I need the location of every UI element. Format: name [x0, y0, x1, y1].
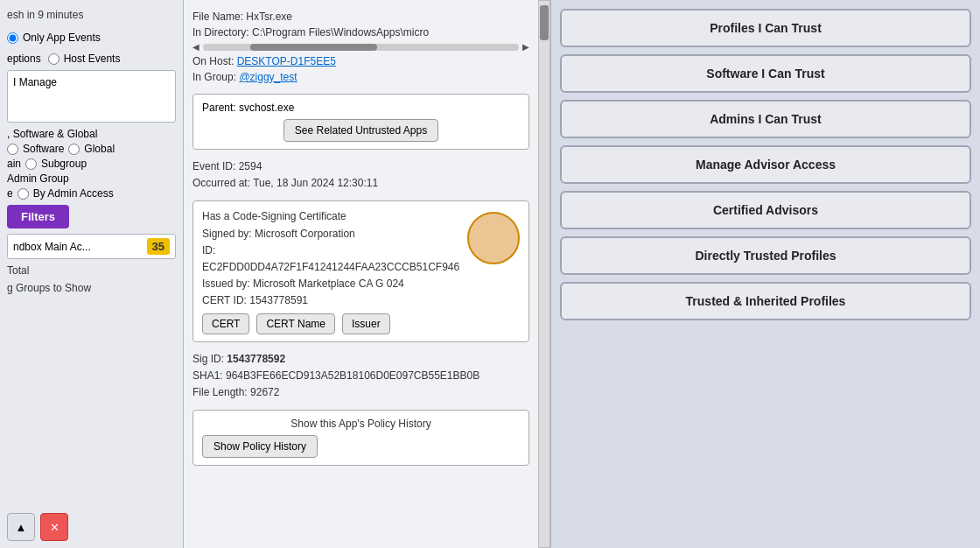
scroll-left-icon[interactable]: ◀ — [192, 42, 200, 52]
manage-box: I Manage — [7, 70, 176, 123]
only-app-events-option[interactable]: Only App Events — [7, 32, 176, 44]
host-events-label: Host Events — [64, 53, 121, 65]
profiles-can-trust-btn[interactable]: Profiles I Can Trust — [560, 9, 971, 47]
parent-box: Parent: svchost.exe See Related Untruste… — [192, 94, 529, 150]
file-info-section: File Name: HxTsr.exe In Directory: C:\Pr… — [192, 9, 529, 85]
bottom-btn-row: ▲ ✕ — [7, 506, 176, 541]
cert-issued: Issued by: Microsoft Marketplace CA G 02… — [202, 276, 520, 292]
vertical-scrollbar[interactable] — [538, 0, 550, 548]
host: On Host: DESKTOP-D1F5EE5 — [192, 53, 529, 69]
host-events-option[interactable]: Host Events — [48, 53, 121, 65]
total-row: Total — [7, 264, 176, 277]
event-id: Event ID: 2594 — [192, 158, 529, 175]
policy-title: Show this App's Policy History — [202, 418, 520, 430]
account-row: ndbox Main Ac... 35 — [7, 234, 176, 259]
directly-trusted-profiles-btn[interactable]: Directly Trusted Profiles — [560, 236, 971, 275]
close-btn[interactable]: ✕ — [40, 513, 68, 541]
right-panel: Profiles I Can Trust Software I Can Trus… — [551, 0, 980, 548]
software-can-trust-btn[interactable]: Software I Can Trust — [560, 54, 971, 93]
by-admin-option[interactable]: By Admin Access — [18, 187, 114, 200]
sig-id-label: Sig ID: — [192, 353, 227, 365]
subgroup-option[interactable]: Subgroup — [25, 158, 87, 170]
scroll-thumb-h — [250, 44, 376, 51]
software-label: Software — [23, 143, 64, 155]
cert-name-btn[interactable]: CERT Name — [256, 313, 335, 334]
refresh-text: esh in 9 minutes — [7, 7, 176, 23]
group: In Group: @ziggy_test — [192, 69, 529, 85]
scope-section: , Software & Global Software Global ain … — [7, 128, 176, 200]
sha1-row: SHA1: 964B3FE66ECD913A52B18106D0E097CB55… — [192, 368, 529, 384]
scope-label: , Software & Global — [7, 128, 176, 140]
sig-id-row: Sig ID: 1543778592 — [192, 351, 529, 368]
certified-advisors-btn[interactable]: Certified Advisors — [560, 191, 971, 229]
filters-button[interactable]: Filters — [7, 205, 69, 228]
cert-circle-overlay — [467, 212, 520, 264]
by-admin-row: e By Admin Access — [7, 187, 176, 200]
parent-label: Parent: svchost.exe — [202, 102, 520, 114]
scope2-label: ain — [7, 158, 21, 170]
by-admin-radio[interactable] — [18, 188, 29, 200]
horiz-scrollbar[interactable]: ◀ ▶ — [192, 40, 529, 53]
cert-id2: CERT ID: 1543778591 — [202, 292, 520, 309]
event-filter-group: Only App Events — [7, 28, 176, 47]
up-arrow-icon: ▲ — [16, 521, 27, 534]
middle-scroll[interactable]: File Name: HxTsr.exe In Directory: C:\Pr… — [184, 0, 538, 548]
sha1-value: 964B3FE66ECD913A52B18106D0E097CB55E1BB0B — [226, 369, 480, 382]
cert-id: EC2FDD0DD4A72F1F41241244FAA23CCCB51CF946 — [202, 259, 520, 276]
global-label: Global — [84, 143, 115, 155]
sig-id-value: 1543778592 — [227, 353, 285, 365]
trusted-inherited-profiles-btn[interactable]: Trusted & Inherited Profiles — [560, 282, 971, 320]
sha1-label: SHA1: — [192, 369, 226, 382]
host-link[interactable]: DESKTOP-D1F5EE5 — [237, 55, 336, 67]
directory: In Directory: C:\Program Files\WindowsAp… — [192, 25, 529, 40]
manage-label: I Manage — [13, 76, 57, 88]
cert-box: Has a Code-Signing Certificate Signed by… — [192, 200, 529, 341]
left-panel: esh in 9 minutes Only App Events eptions… — [0, 0, 184, 548]
manage-advisor-access-btn[interactable]: Manage Advisor Access — [560, 145, 971, 184]
exceptions-label: eptions — [7, 53, 41, 65]
scope-software-row: Software Global — [7, 143, 176, 155]
cert-btn[interactable]: CERT — [202, 313, 249, 334]
account-label: ndbox Main Ac... — [13, 241, 91, 253]
scope4-label: e — [7, 187, 13, 200]
see-related-btn[interactable]: See Related Untrusted Apps — [284, 119, 438, 142]
software-option[interactable]: Software — [7, 143, 64, 155]
admins-can-trust-btn[interactable]: Admins I Can Trust — [560, 100, 971, 138]
global-option[interactable]: Global — [68, 143, 115, 155]
issuer-btn[interactable]: Issuer — [342, 313, 390, 334]
subgroup-radio[interactable] — [25, 158, 37, 170]
global-radio[interactable] — [68, 144, 80, 155]
scrollbar-thumb — [540, 5, 549, 40]
group-link[interactable]: @ziggy_test — [239, 71, 297, 83]
exceptions-row: eptions Host Events — [7, 53, 176, 65]
file-name: File Name: HxTsr.exe — [192, 9, 529, 25]
host-events-radio[interactable] — [48, 53, 60, 65]
only-app-events-label: Only App Events — [23, 32, 101, 44]
file-length: File Length: 92672 — [192, 384, 529, 401]
subgroup-label: Subgroup — [41, 158, 87, 170]
scroll-track-h — [203, 44, 519, 51]
close-icon: ✕ — [50, 521, 60, 534]
middle-panel: File Name: HxTsr.exe In Directory: C:\Pr… — [184, 0, 551, 548]
software-radio[interactable] — [7, 144, 18, 155]
groups-label: g Groups to Show — [7, 282, 176, 294]
total-label: Total — [7, 264, 29, 277]
by-admin-label: By Admin Access — [33, 187, 114, 200]
scroll-right-icon[interactable]: ▶ — [522, 42, 529, 52]
up-arrow-btn[interactable]: ▲ — [7, 513, 35, 541]
policy-box: Show this App's Policy History Show Poli… — [192, 410, 529, 466]
count-badge: 35 — [147, 238, 170, 255]
sig-info: Sig ID: 1543778592 SHA1: 964B3FE66ECD913… — [192, 351, 529, 402]
admin-group-label: Admin Group — [7, 172, 176, 185]
only-app-events-radio[interactable] — [7, 32, 18, 44]
show-history-btn[interactable]: Show Policy History — [202, 435, 318, 458]
cert-btn-row: CERT CERT Name Issuer — [202, 313, 520, 334]
event-info: Event ID: 2594 Occurred at: Tue, 18 Jun … — [192, 158, 529, 192]
scope-main-row: ain Subgroup — [7, 158, 176, 170]
occurred: Occurred at: Tue, 18 Jun 2024 12:30:11 — [192, 175, 529, 192]
